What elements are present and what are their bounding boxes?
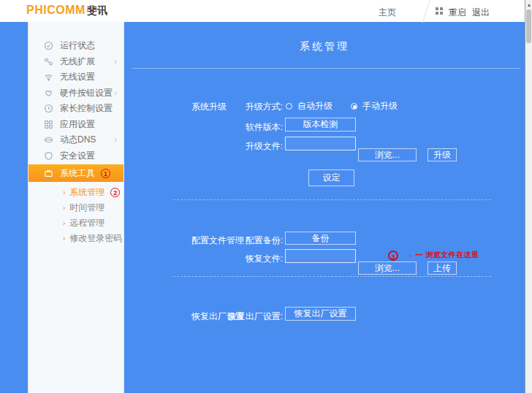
title-separator [132, 68, 520, 69]
sidebar-nav: 运行状态 无线扩展 › 无线设置 硬件按钮设置 › 家长控制设置 应用设置 动态… [28, 22, 124, 393]
factory-reset-label: 恢复出厂设置: [208, 310, 283, 323]
apps-grid-icon [44, 120, 53, 129]
sidebar-item-security[interactable]: 安全设置 [28, 148, 123, 164]
grid-icon[interactable] [435, 7, 444, 15]
sidebar-item-wireless-extend[interactable]: 无线扩展 › [28, 54, 123, 70]
auto-upgrade-radio-label: 自动升级 [297, 100, 332, 112]
upgrade-browse-button[interactable]: 浏览... [358, 148, 417, 161]
upgrade-file-label: 升级文件: [216, 140, 283, 153]
shield-icon [44, 151, 53, 161]
expand-arrow-icon: › [114, 88, 117, 97]
phicomm-logo: PHICOMM斐讯 [26, 4, 108, 18]
sidebar-item-label: 运行状态 [60, 39, 95, 52]
chevron-right-icon: › [63, 204, 65, 212]
sidebar-item-label: 安全设置 [60, 150, 95, 162]
backup-button[interactable]: 备份 [285, 232, 356, 245]
radio-circle-icon [286, 103, 292, 110]
status-icon [44, 41, 53, 50]
sidebar-item-label: 硬件按钮设置 [60, 87, 113, 99]
tutorial-note-text: ←— 浏览文件在这里 [408, 250, 479, 260]
restore-browse-button[interactable]: 浏览... [358, 262, 417, 275]
sidebar-item-hardware-button[interactable]: 硬件按钮设置 › [28, 85, 123, 102]
vertical-scrollbar[interactable]: ▲ [525, 0, 532, 393]
logo-text-cn: 斐讯 [87, 4, 108, 16]
logout-link[interactable]: 退出 [472, 7, 490, 19]
manual-upgrade-radio-label: 手动升级 [362, 100, 398, 112]
upgrade-file-input[interactable] [285, 137, 356, 150]
restart-link[interactable]: 重启 [449, 7, 466, 19]
dns-icon [44, 135, 53, 145]
sidebar-item-label: 动态DNS [60, 134, 96, 146]
tutorial-step-3-badge: 3 [388, 251, 398, 261]
chevron-right-icon: › [63, 219, 65, 227]
apply-button[interactable]: 设定 [308, 169, 354, 186]
section-divider [173, 276, 491, 277]
parental-control-icon [44, 104, 53, 113]
sidebar-item-label: 家长控制设置 [60, 102, 113, 115]
restore-file-label: 恢复文件: [216, 253, 283, 265]
auto-upgrade-radio[interactable]: 自动升级 [286, 100, 332, 112]
scrollbar-thumb[interactable] [526, 9, 531, 43]
submenu-item-label: 系统管理 [69, 186, 104, 199]
factory-reset-button[interactable]: 恢复出厂设置 [285, 307, 356, 321]
sidebar-item-label: 无线设置 [60, 71, 95, 83]
sidebar-item-wireless-settings[interactable]: 无线设置 [28, 69, 123, 85]
submenu-item-change-password[interactable]: › 修改登录密码 [28, 231, 123, 246]
upload-button[interactable]: 上传 [428, 262, 457, 275]
submenu-item-label: 时间管理 [69, 202, 104, 214]
home-link[interactable]: 主页 [379, 7, 396, 19]
sidebar-item-label: 无线扩展 [60, 56, 95, 68]
page-title: 系统管理 [124, 40, 525, 53]
upgrade-button[interactable]: 升级 [428, 148, 457, 161]
submenu-item-label: 修改登录密码 [69, 232, 122, 245]
submenu-item-label: 远程管理 [69, 217, 104, 229]
sidebar-item-app-settings[interactable]: 应用设置 [28, 117, 123, 133]
expand-arrow-icon: › [114, 57, 117, 66]
heart-icon [44, 88, 53, 98]
scrollbar-up-arrow[interactable]: ▲ [526, 1, 532, 7]
submenu-item-system-management[interactable]: › 系统管理 2 [28, 185, 123, 200]
sidebar-item-label: 系统工具 [60, 167, 95, 180]
logo-text: PHICOMM [26, 4, 86, 16]
upgrade-mode-label: 升级方式: [216, 101, 283, 113]
wireless-extend-icon [44, 57, 53, 66]
software-version-label: 软件版本: [216, 121, 283, 134]
version-check-button[interactable]: 版本检测 [285, 118, 356, 131]
chevron-right-icon: › [63, 234, 65, 243]
config-backup-label: 配置备份: [216, 234, 283, 247]
manual-upgrade-radio[interactable]: 手动升级 [351, 100, 398, 112]
top-header: PHICOMM斐讯 主页 重启 退出 [0, 0, 525, 22]
sidebar-item-system-tools[interactable]: 系统工具 1 [28, 164, 123, 182]
tutorial-step-2-badge: 2 [110, 188, 120, 197]
system-tools-submenu: › 系统管理 2 › 时间管理 › 远程管理 › 修改登录密码 [28, 185, 123, 246]
chevron-right-icon: › [63, 188, 65, 196]
sidebar-item-label: 应用设置 [60, 118, 95, 131]
expand-arrow-icon: › [114, 135, 117, 144]
sidebar-item-dynamic-dns[interactable]: 动态DNS › [28, 132, 123, 148]
section-divider [173, 199, 491, 200]
restore-file-input[interactable] [285, 249, 356, 263]
submenu-item-remote-management[interactable]: › 远程管理 [28, 215, 123, 231]
sidebar-item-parental-control[interactable]: 家长控制设置 [28, 101, 123, 117]
radio-selected-icon [351, 103, 357, 110]
toolbox-icon [44, 169, 53, 178]
submenu-item-time-management[interactable]: › 时间管理 [28, 200, 123, 215]
header-divider [422, 0, 430, 23]
wifi-icon [44, 72, 53, 82]
sidebar-item-run-status[interactable]: 运行状态 [28, 38, 123, 54]
tutorial-step-1-badge: 1 [101, 169, 110, 178]
